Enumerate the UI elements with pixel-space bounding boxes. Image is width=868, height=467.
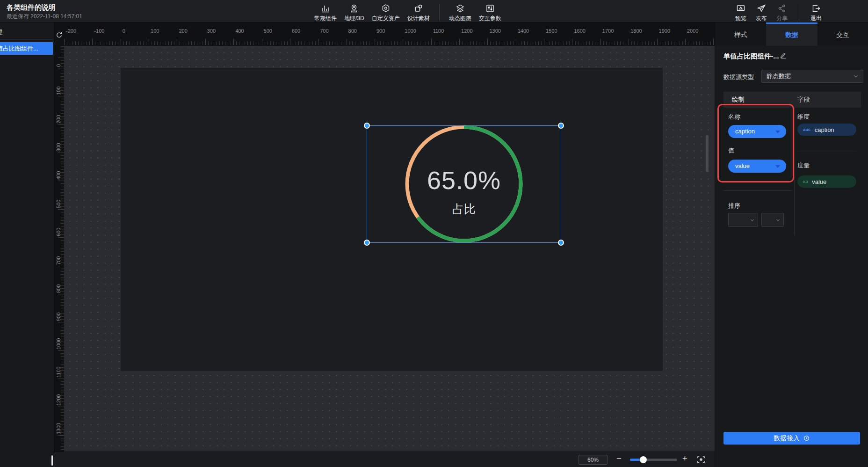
toolbar-item-label: 地理/3D: [344, 15, 364, 22]
selection-handle-top-right[interactable]: [558, 123, 564, 129]
h-ruler-label: 1800: [630, 28, 642, 34]
panel-subtabs: 绘制 字段: [723, 92, 861, 108]
header-bar: 各类组件的说明 最近保存 2022-11-08 14:57:01 常规组件 地理…: [0, 0, 868, 22]
chevron-down-icon: [775, 217, 781, 223]
name-field-label: 名称: [728, 113, 740, 121]
toolbar-item-design-materials[interactable]: 设计素材: [407, 1, 430, 22]
dropdown-triangle-icon: [775, 165, 780, 168]
zoom-slider[interactable]: [630, 459, 677, 461]
share-button[interactable]: 分享: [776, 1, 788, 22]
h-ruler-label: 500: [264, 28, 272, 34]
page-title: 各类组件的说明: [7, 3, 56, 12]
h-ruler: -200-10001002003004005006007008009001000…: [64, 22, 715, 46]
sidebar-scrollbar[interactable]: [51, 455, 53, 466]
datasource-type-label: 数据源类型: [723, 73, 754, 81]
h-ruler-label: 0: [123, 28, 125, 34]
ruler-corner: [54, 22, 64, 46]
toolbar-item-label: 设计素材: [407, 15, 430, 22]
action-label: 分享: [776, 15, 788, 22]
toolbar-item-label: 自定义资产: [372, 15, 400, 22]
tab-style[interactable]: 样式: [715, 22, 766, 46]
h-ruler-label: 300: [207, 28, 216, 34]
app-root: 各类组件的说明 最近保存 2022-11-08 14:57:01 常规组件 地理…: [0, 0, 868, 467]
sort-label: 排序: [728, 202, 740, 210]
dimension-field-pill[interactable]: ABC caption: [797, 124, 856, 136]
layer-sidebar: 理 值占比图组件...: [0, 22, 54, 467]
measure-label: 度量: [797, 161, 810, 170]
value-field-value: value: [735, 162, 750, 169]
h-ruler-label: 2000: [687, 28, 698, 34]
v-ruler-label: 100: [56, 87, 61, 95]
toolbar-divider: [439, 4, 440, 21]
reset-view-icon[interactable]: [55, 31, 63, 39]
value-field-label: 值: [728, 146, 734, 155]
toolbar-item-dynamic-layers[interactable]: 动态图层: [449, 1, 471, 22]
bar-chart-icon: [321, 4, 330, 13]
measure-field-name: value: [812, 178, 826, 185]
publish-button[interactable]: 发布: [756, 1, 767, 22]
sidebar-partial-heading: 理: [0, 28, 2, 36]
schema-divider: [797, 150, 856, 150]
datasource-type-select[interactable]: 静态数据: [761, 70, 863, 83]
chevron-down-icon: [853, 73, 859, 80]
actions-divider: [799, 4, 799, 21]
fit-view-button[interactable]: [696, 454, 706, 465]
v-ruler-label: 600: [56, 228, 61, 236]
toolbar-item-geo-3d[interactable]: 地理/3D: [344, 1, 364, 22]
measure-field-pill[interactable]: 0.3 value: [797, 175, 856, 188]
exit-button[interactable]: 退出: [810, 1, 822, 22]
selection-box[interactable]: [367, 125, 561, 243]
edit-icon[interactable]: [780, 51, 787, 59]
h-ruler-label: 1000: [405, 28, 416, 34]
subtab-draw[interactable]: 绘制: [732, 92, 745, 108]
v-ruler-label: 1300: [56, 423, 61, 434]
dimension-label: 维度: [797, 113, 810, 121]
v-ruler-label: 900: [56, 313, 61, 321]
v-ruler-major-ticks: [58, 46, 64, 452]
last-saved-text: 最近保存 2022-11-08 14:57:01: [7, 13, 82, 21]
chevron-down-icon: [749, 217, 755, 223]
toolbar-item-custom-assets[interactable]: 自定义资产: [372, 1, 400, 22]
selection-handle-top-left[interactable]: [364, 123, 370, 129]
value-field-select[interactable]: value: [728, 160, 786, 173]
sort-field-select[interactable]: [728, 213, 758, 227]
design-canvas[interactable]: [64, 46, 715, 452]
tab-interaction[interactable]: 交互: [817, 22, 868, 46]
toolbar-item-standard-components[interactable]: 常规组件: [314, 1, 337, 22]
left-column-divider: [723, 190, 792, 191]
selection-handle-bottom-right[interactable]: [558, 240, 564, 246]
subtab-fields[interactable]: 字段: [797, 92, 810, 108]
h-ruler-label: -100: [94, 28, 104, 34]
sliders-icon: [485, 4, 495, 13]
sort-order-select[interactable]: [761, 213, 784, 227]
h-ruler-label: 400: [235, 28, 244, 34]
toolbar-item-interaction-params[interactable]: 交互参数: [479, 1, 501, 22]
toolbar-item-label: 交互参数: [479, 15, 501, 22]
zoom-out-button[interactable]: −: [616, 453, 622, 464]
toolbar-item-label: 动态图层: [449, 15, 471, 22]
tab-data[interactable]: 数据: [766, 22, 817, 46]
h-ruler-label: 1100: [433, 28, 444, 34]
component-toolbar: 常规组件 地理/3D 自定义资产 设计素材 动态图层 交互参数: [314, 1, 501, 22]
design-material-icon: [414, 4, 423, 13]
sidebar-item-active-layer[interactable]: 值占比图组件...: [0, 42, 53, 55]
zoom-level-input[interactable]: 60%: [579, 455, 608, 465]
h-ruler-label: 1500: [546, 28, 557, 34]
column-divider: [794, 108, 795, 235]
name-field-select[interactable]: caption: [728, 125, 786, 138]
h-ruler-label: 1200: [461, 28, 472, 34]
v-ruler-label: 800: [56, 285, 61, 293]
dimension-field-name: caption: [815, 126, 834, 133]
v-ruler-label: 1100: [56, 366, 61, 378]
action-label: 发布: [756, 15, 767, 22]
selection-handle-bottom-left[interactable]: [364, 240, 370, 246]
sidebar-item-label: 值占比图组件...: [0, 45, 38, 52]
data-access-button[interactable]: 数据接入: [723, 432, 860, 445]
zoom-in-button[interactable]: +: [682, 454, 687, 464]
v-ruler-label: 400: [56, 171, 61, 180]
name-field-value: caption: [735, 128, 755, 135]
v-ruler-label: 700: [56, 256, 61, 264]
zoom-slider-handle[interactable]: [640, 456, 647, 463]
canvas-vertical-scrollbar[interactable]: [706, 135, 709, 172]
preview-button[interactable]: 预览: [735, 1, 746, 22]
